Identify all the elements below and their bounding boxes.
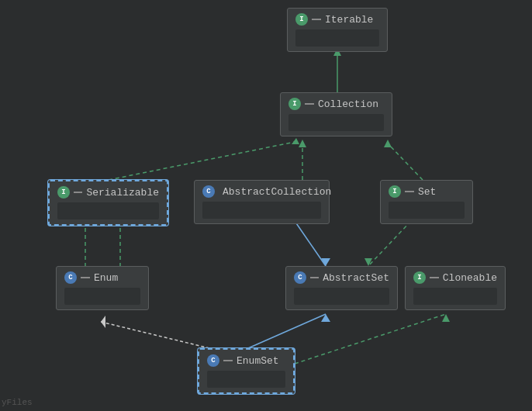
node-abstractcollection-header: C AbstractCollection [202,185,321,198]
node-enumset[interactable]: C EnumSet [198,348,295,394]
node-enumset-body [207,371,285,388]
node-collection-header: I Collection [288,98,384,110]
svg-marker-3 [299,140,306,147]
svg-marker-7 [292,138,299,144]
node-abstractcollection[interactable]: C AbstractCollection [194,180,330,224]
node-serializable-body [57,202,159,219]
svg-line-16 [248,314,326,348]
icon-bar-abstractset [310,277,319,278]
icon-set: I [389,185,401,198]
node-enum[interactable]: C Enum [56,266,149,310]
icon-enum: C [64,271,77,284]
node-abstractcollection-body [202,202,321,219]
node-abstractset-header: C AbstractSet [294,271,389,284]
svg-line-4 [388,143,423,180]
svg-marker-17 [321,314,330,322]
svg-marker-21 [442,314,450,322]
icon-abstractcollection: C [202,185,215,198]
label-enum: Enum [94,272,118,284]
label-enumset: EnumSet [237,355,279,367]
svg-marker-19 [101,316,105,328]
icon-enumset: C [207,354,219,367]
label-iterable: Iterable [325,14,373,26]
svg-line-12 [295,221,326,266]
icon-bar-cloneable [430,277,439,278]
watermark: yFiles [2,398,33,407]
node-abstractset[interactable]: C AbstractSet [285,266,398,310]
node-collection[interactable]: I Collection [280,92,392,136]
icon-serializable: I [57,186,70,199]
label-cloneable: Cloneable [443,272,497,284]
icon-bar-enumset [223,360,233,361]
icon-bar-serializable [74,192,82,193]
node-iterable-header: I Iterable [295,13,379,26]
icon-bar-iterable [312,19,321,20]
node-abstractset-body [294,288,389,305]
icon-collection: I [288,98,301,110]
icon-cloneable: I [413,271,426,284]
node-serializable[interactable]: I Serializable [48,180,168,226]
node-collection-body [288,114,384,131]
node-set[interactable]: I Set [380,180,473,224]
svg-marker-13 [321,258,330,266]
node-iterable-body [295,29,379,47]
node-enum-body [64,288,140,305]
icon-iterable: I [295,13,308,26]
node-cloneable-header: I Cloneable [413,271,497,284]
label-abstractcollection: AbstractCollection [223,186,331,198]
svg-line-14 [368,221,411,266]
svg-line-6 [109,142,295,180]
node-serializable-header: I Serializable [57,186,159,199]
icon-abstractset: C [294,271,306,284]
node-enumset-header: C EnumSet [207,354,285,367]
svg-marker-5 [384,140,392,147]
icon-bar-set [405,191,414,192]
node-iterable[interactable]: I Iterable [287,8,388,52]
icon-bar-enum [81,277,90,278]
icon-bar-collection [305,103,314,105]
svg-line-20 [295,314,446,364]
label-serializable: Serializable [86,187,159,199]
svg-line-18 [101,322,209,348]
node-enum-header: C Enum [64,271,140,284]
label-abstractset: AbstractSet [323,272,389,284]
label-set: Set [418,186,436,198]
svg-marker-15 [364,258,372,266]
node-cloneable-body [413,288,497,305]
node-set-header: I Set [389,185,465,198]
label-collection: Collection [318,98,378,110]
node-set-body [389,202,465,219]
node-cloneable[interactable]: I Cloneable [405,266,506,310]
